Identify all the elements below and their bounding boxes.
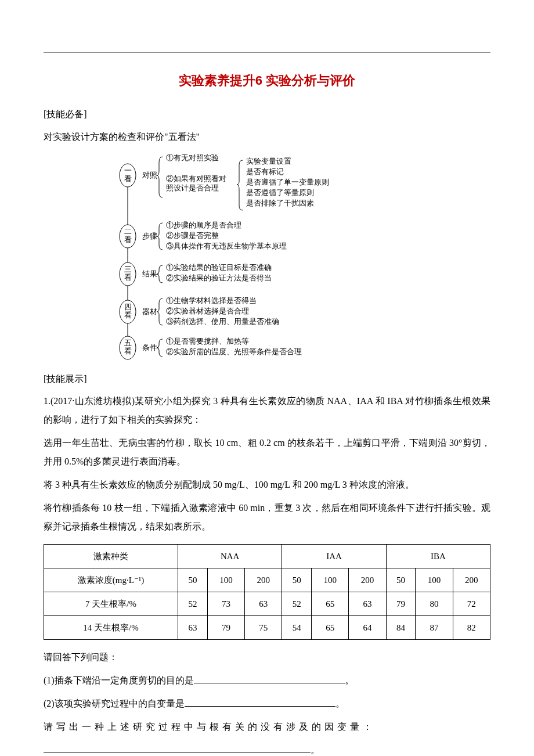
q1-end: 。: [345, 675, 354, 685]
svg-text:②步骤是否完整: ②步骤是否完整: [166, 231, 219, 240]
data-table: 激素种类 NAA IAA IBA 激素浓度(mg·L⁻¹) 50 100 200…: [44, 544, 490, 640]
table-cell: 65: [312, 616, 349, 640]
table-row-label: 14 天生根率/%: [44, 616, 178, 640]
table-cell: 100: [312, 568, 349, 592]
q2-text: (2)该项实验研究过程中的自变量是: [44, 699, 185, 708]
svg-text:①有无对照实验: ①有无对照实验: [166, 153, 219, 162]
svg-text:是否遵循了单一变量原则: 是否遵循了单一变量原则: [246, 178, 329, 186]
svg-text:四: 四: [124, 303, 132, 311]
table-header-naa: NAA: [178, 545, 282, 568]
table-cell: 72: [453, 592, 490, 616]
svg-text:②实验器材选择是否合理: ②实验器材选择是否合理: [166, 307, 249, 315]
question-step3: 将竹柳插条每 10 枝一组，下端插入激素溶液中 60 min，重复 3 次，然后…: [44, 499, 490, 536]
question-1: (1)插条下端沿一定角度剪切的目的是。: [44, 671, 490, 690]
table-cell: 65: [312, 592, 349, 616]
table-header-kind: 激素种类: [44, 545, 178, 568]
svg-text:一: 一: [124, 166, 132, 175]
table-cell: 79: [386, 592, 416, 616]
svg-text:①是否需要搅拌、加热等: ①是否需要搅拌、加热等: [166, 337, 249, 345]
svg-text:①生物学材料选择是否得当: ①生物学材料选择是否得当: [166, 296, 257, 305]
section-skill-prep: [技能必备]: [44, 107, 490, 122]
diagram-node-3: 三 看 结果: [120, 262, 157, 286]
q2-end: 。: [335, 699, 345, 708]
svg-text:②如果有对照看对: ②如果有对照看对: [166, 174, 226, 183]
svg-text:是否有标记: 是否有标记: [246, 167, 284, 176]
svg-text:看: 看: [124, 311, 132, 319]
diagram-node-5: 五 看 条件: [120, 336, 157, 359]
table-cell: 64: [349, 616, 386, 640]
svg-text:二: 二: [124, 227, 132, 236]
table-cell: 52: [178, 592, 208, 616]
svg-text:②实验所需的温度、光照等条件是否合理: ②实验所需的温度、光照等条件是否合理: [166, 347, 302, 356]
svg-text:③药剂选择、使用、用量是否准确: ③药剂选择、使用、用量是否准确: [166, 317, 279, 326]
svg-text:实验变量设置: 实验变量设置: [246, 157, 291, 165]
diagram-node-2: 二 看 步骤: [120, 225, 157, 248]
table-cell: 73: [207, 592, 244, 616]
question-lead: 1.(2017·山东潍坊模拟)某研究小组为探究 3 种具有生长素效应的物质 NA…: [44, 392, 490, 429]
table-cell: 63: [245, 592, 282, 616]
svg-text:结果: 结果: [142, 269, 157, 278]
table-cell: 75: [245, 616, 282, 640]
table-cell: 80: [416, 592, 453, 616]
question-2b-blank: 。: [44, 741, 490, 756]
table-cell: 63: [349, 592, 386, 616]
table-cell: 84: [386, 616, 416, 640]
table-cell: 200: [245, 568, 282, 592]
blank-line: [185, 697, 335, 707]
table-cell: 54: [282, 616, 312, 640]
table-header-iba: IBA: [386, 545, 490, 568]
table-cell: 50: [386, 568, 416, 592]
table-cell: 100: [416, 568, 453, 592]
blank-line: [194, 674, 345, 684]
svg-text:是否遵循了等量原则: 是否遵循了等量原则: [246, 188, 314, 197]
table-cell: 100: [207, 568, 244, 592]
table-cell: 82: [453, 616, 490, 640]
svg-text:条件: 条件: [142, 343, 157, 352]
svg-text:三: 三: [124, 265, 132, 273]
table-cell: 200: [453, 568, 490, 592]
svg-text:①步骤的顺序是否合理: ①步骤的顺序是否合理: [166, 221, 241, 229]
table-cell: 50: [178, 568, 208, 592]
table-row: 7 天生根率/% 52 73 63 52 65 63 79 80 72: [44, 592, 490, 616]
table-cell: 87: [416, 616, 453, 640]
svg-text:是否排除了干扰因素: 是否排除了干扰因素: [246, 199, 314, 207]
svg-text:看: 看: [124, 174, 132, 183]
table-row-label: 7 天生根率/%: [44, 592, 178, 616]
table-header-iaa: IAA: [282, 545, 386, 568]
svg-text:②实验结果的验证方法是否得当: ②实验结果的验证方法是否得当: [166, 273, 272, 282]
svg-text:器材: 器材: [142, 307, 157, 316]
section-skill-show: [技能展示]: [44, 372, 490, 387]
question-step2: 将 3 种具有生长素效应的物质分别配制成 50 mg/L、100 mg/L 和 …: [44, 476, 490, 494]
svg-text:五: 五: [124, 339, 132, 347]
table-cell: 63: [178, 616, 208, 640]
svg-text:①实验结果的验证目标是否准确: ①实验结果的验证目标是否准确: [166, 263, 272, 272]
svg-text:照设计是否合理: 照设计是否合理: [166, 183, 219, 192]
q1-text: (1)插条下端沿一定角度剪切的目的是: [44, 675, 194, 685]
diagram-node-1: 一 看 对照: [120, 164, 157, 187]
table-cell: 52: [282, 592, 312, 616]
diagram-node-4: 四 看 器材: [120, 300, 157, 323]
q2b-end: 。: [311, 745, 320, 755]
question-2b: 请写出一种上述研究过程中与根有关的没有涉及的因变量：: [44, 718, 490, 736]
table-header-conc: 激素浓度(mg·L⁻¹): [44, 568, 178, 592]
svg-text:看: 看: [124, 273, 132, 282]
five-look-diagram: 一 看 对照 二 看 步骤 三 看 结果 四 看 器材 五 看 条件: [44, 152, 490, 361]
table-cell: 200: [349, 568, 386, 592]
page-title: 实验素养提升6 实验分析与评价: [44, 70, 490, 91]
question-2: (2)该项实验研究过程中的自变量是。: [44, 694, 490, 713]
table-row: 14 天生根率/% 63 79 75 54 65 64 84 87 82: [44, 616, 490, 640]
intro-text: 对实验设计方案的检查和评价"五看法": [44, 128, 490, 146]
svg-text:③具体操作有无违反生物学基本原理: ③具体操作有无违反生物学基本原理: [166, 242, 287, 250]
blank-line: [44, 743, 311, 754]
svg-text:对照: 对照: [142, 171, 157, 179]
answer-prompt: 请回答下列问题：: [44, 648, 490, 667]
top-divider: [44, 52, 490, 53]
svg-text:步骤: 步骤: [142, 232, 157, 240]
svg-text:看: 看: [124, 235, 132, 244]
svg-text:看: 看: [124, 347, 132, 355]
table-cell: 50: [282, 568, 312, 592]
table-cell: 79: [207, 616, 244, 640]
question-step1: 选用一年生苗壮、无病虫害的竹柳，取长 10 cm、粗 0.2 cm 的枝条若干，…: [44, 434, 490, 471]
